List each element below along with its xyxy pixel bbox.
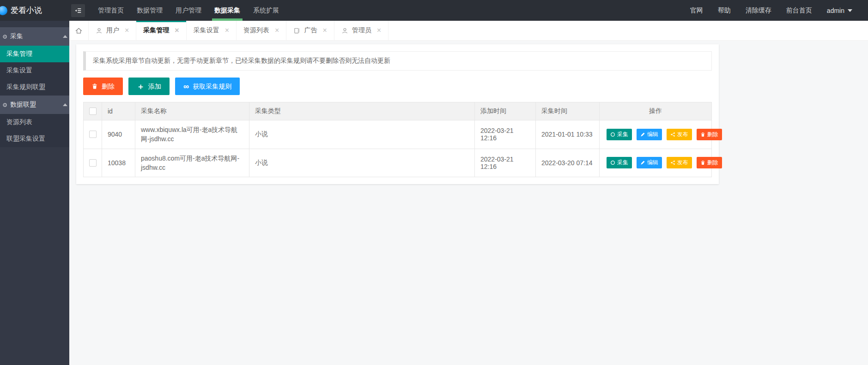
notice-text: 采集系统采用章节自动更新，无需手动更新章节，已经采集数据的采集规则请不要删除否则… [93,57,390,65]
close-icon[interactable]: × [225,27,229,34]
tab-home[interactable] [69,21,89,40]
close-icon[interactable]: × [125,27,129,34]
edit-button[interactable]: 编辑 [637,129,662,140]
circle-icon [610,132,615,137]
col-added: 添加时间 [475,102,536,120]
col-name: 采集名称 [135,102,249,120]
user-icon [96,27,103,34]
content-card: 采集系统采用章节自动更新，无需手动更新章节，已经采集数据的采集规则请不要删除否则… [76,44,719,184]
user-menu[interactable]: admin [819,7,856,14]
close-icon[interactable]: × [175,27,179,34]
logo-icon [0,6,7,15]
col-id: id [102,102,135,120]
topbar-nav-item[interactable]: 用户管理 [169,0,208,21]
topbar-nav-item[interactable]: 管理首页 [91,0,130,21]
active-nav-underline [212,18,243,21]
tab[interactable]: 管理员 × [334,21,388,40]
cell-collected: 2021-01-01 10:33 [536,120,600,149]
toolbar: 删除 ＋ 添加 ∞ 获取采集规则 [83,78,712,95]
edit-button[interactable]: 编辑 [637,157,662,168]
section-dot-icon [2,34,7,39]
sidebar: 采集 采集管理 采集设置 采集规则联盟 数据联盟 资源列表 [0,21,69,365]
sidebar-section-header[interactable]: 采集 [0,27,69,46]
cell-added: 2022-03-21 12:16 [475,149,536,177]
app-logo: 爱看小说 [0,5,69,16]
collapse-sidebar-button[interactable] [71,4,85,17]
topbar-link[interactable]: 前台首页 [779,6,819,15]
app-title: 爱看小说 [11,5,42,16]
caret-down-icon [848,9,852,12]
sidebar-item[interactable]: 采集设置 [0,62,69,79]
sidebar-item[interactable]: 采集管理 [0,46,69,62]
section-dot-icon [2,102,7,108]
table-row: 9040 www.xbiquwx.la可用-老a技术导航网-jsdhw.cc 小… [84,120,712,149]
cell-type: 小说 [249,120,475,149]
caret-up-icon [63,103,67,106]
table-row: 10038 paoshu8.com可用-老a技术导航网-jsdhw.cc 小说 … [84,149,712,177]
table-wrap: id 采集名称 采集类型 添加时间 采集时间 操作 9040 www.xbiqu… [83,102,712,177]
sidebar-section-header[interactable]: 数据联盟 [0,96,69,114]
row-delete-button[interactable]: 删除 [697,157,722,168]
row-delete-button[interactable]: 删除 [697,129,722,140]
add-button[interactable]: ＋ 添加 [128,78,170,95]
topbar-nav-item[interactable]: 系统扩展 [247,0,285,21]
tab[interactable]: 资源列表 × [237,21,286,40]
topbar: 爱看小说 管理首页 数据管理 用户管理 数据采集 [0,0,868,21]
plus-icon: ＋ [137,83,145,90]
close-icon[interactable]: × [275,27,279,34]
topbar-nav-item[interactable]: 数据管理 [130,0,169,21]
row-checkbox[interactable] [89,159,97,167]
cell-name: www.xbiquwx.la可用-老a技术导航网-jsdhw.cc [135,120,249,149]
cell-collected: 2022-03-20 07:14 [536,149,600,177]
cell-type: 小说 [249,149,475,177]
topbar-links: 官网 帮助 清除缓存 前台首页 admin [683,0,868,21]
close-icon[interactable]: × [377,27,381,34]
main-content: 采集系统采用章节自动更新，无需手动更新章节，已经采集数据的采集规则请不要删除否则… [69,41,868,365]
caret-up-icon [63,35,67,38]
close-icon[interactable]: × [322,27,327,34]
topbar-link[interactable]: 官网 [683,6,710,15]
collect-button[interactable]: 采集 [607,157,632,168]
share-icon [670,132,675,137]
edit-icon [640,160,645,165]
col-type: 采集类型 [249,102,475,120]
cell-name: paoshu8.com可用-老a技术导航网-jsdhw.cc [135,149,249,177]
delete-button[interactable]: 删除 [83,78,123,95]
share-icon [670,160,675,165]
select-all-checkbox[interactable] [89,108,97,115]
cell-id: 9040 [102,120,135,149]
collection-table: id 采集名称 采集类型 添加时间 采集时间 操作 9040 www.xbiqu… [83,102,712,177]
tab[interactable]: 采集设置 × [187,21,237,40]
sidebar-item[interactable]: 资源列表 [0,114,69,131]
sidebar-spacer [0,21,69,27]
col-collected: 采集时间 [536,102,600,120]
topbar-nav: 管理首页 数据管理 用户管理 数据采集 系统扩展 [91,0,285,21]
topbar-link[interactable]: 清除缓存 [738,6,779,15]
tabbar: 用户 × 采集管理 × 采集设置 × 资源列表 × [69,21,868,41]
circle-icon [610,160,615,165]
tab[interactable]: 用户 × [89,21,136,40]
table-header-row: id 采集名称 采集类型 添加时间 采集时间 操作 [84,102,712,120]
cell-added: 2022-03-21 12:16 [475,120,536,149]
tab[interactable]: 广告 × [286,21,334,40]
username: admin [827,7,844,14]
publish-button[interactable]: 发布 [667,129,692,140]
sidebar-item[interactable]: 采集规则联盟 [0,79,69,96]
trash-icon [700,160,705,165]
shrink-icon [74,6,82,15]
tab[interactable]: 采集管理 × [136,21,186,40]
user-icon [341,27,348,34]
cell-id: 10038 [102,149,135,177]
sidebar-item[interactable]: 联盟采集设置 [0,131,69,147]
edit-icon [640,132,645,137]
row-checkbox[interactable] [89,131,97,138]
fetch-rules-button[interactable]: ∞ 获取采集规则 [175,78,240,95]
home-icon [75,27,83,35]
collect-button[interactable]: 采集 [607,129,632,140]
topbar-link[interactable]: 帮助 [710,6,738,15]
link-icon: ∞ [183,83,189,90]
notice-banner: 采集系统采用章节自动更新，无需手动更新章节，已经采集数据的采集规则请不要删除否则… [83,51,712,71]
publish-button[interactable]: 发布 [667,157,692,168]
col-ops: 操作 [600,102,712,120]
topbar-nav-item[interactable]: 数据采集 [208,0,247,21]
